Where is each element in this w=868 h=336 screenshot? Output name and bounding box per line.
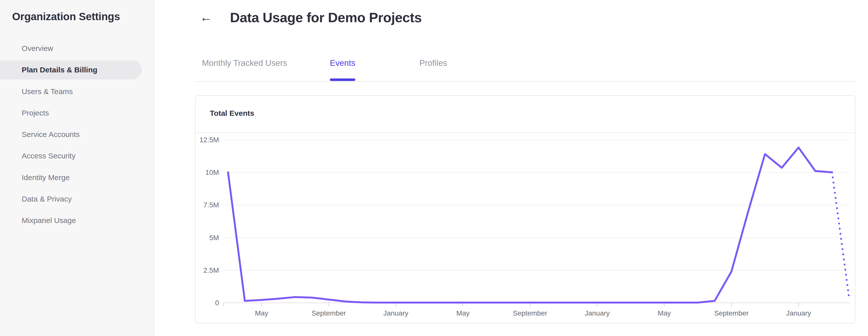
- x-axis-label: May: [456, 309, 470, 317]
- y-axis-label: 12.5M: [199, 136, 219, 144]
- sidebar-item-identity-merge[interactable]: Identity Merge: [0, 168, 142, 187]
- tab-monthly-tracked-users[interactable]: Monthly Tracked Users: [202, 58, 287, 69]
- sidebar-item-data-privacy[interactable]: Data & Privacy: [0, 189, 142, 209]
- x-axis-label: September: [513, 309, 547, 317]
- x-axis-label: September: [714, 309, 748, 317]
- y-axis-label: 7.5M: [204, 201, 219, 209]
- x-axis-label: January: [786, 309, 811, 317]
- active-tab-underline: [330, 79, 355, 81]
- sidebar-item-access-security[interactable]: Access Security: [0, 146, 142, 165]
- x-axis-label: January: [383, 309, 408, 317]
- events-series-projected-dotted: [832, 172, 849, 296]
- chart-title: Total Events: [210, 109, 254, 118]
- y-axis-label: 5M: [209, 234, 219, 242]
- y-axis-label: 10M: [205, 169, 219, 176]
- tab-divider: [195, 81, 856, 82]
- tab-bar: Monthly Tracked UsersEventsProfiles: [0, 0, 868, 86]
- events-series-line: [228, 148, 832, 303]
- y-axis-label: 2.5M: [204, 266, 219, 274]
- events-line-chart[interactable]: 12.5M10M7.5M5M2.5M0MaySeptemberJanuaryMa…: [195, 133, 855, 323]
- tab-profiles[interactable]: Profiles: [420, 58, 447, 69]
- x-axis-label: May: [255, 309, 268, 317]
- x-axis-label: September: [311, 309, 346, 317]
- x-axis-label: May: [658, 309, 671, 317]
- x-axis-label: January: [585, 309, 610, 317]
- y-axis-label: 0: [215, 299, 219, 307]
- sidebar-item-mixpanel-usage[interactable]: Mixpanel Usage: [0, 211, 142, 230]
- tab-events[interactable]: Events: [330, 58, 355, 69]
- sidebar-item-projects[interactable]: Projects: [0, 103, 142, 123]
- chart-area: 12.5M10M7.5M5M2.5M0MaySeptemberJanuaryMa…: [195, 133, 855, 323]
- sidebar-item-service-accounts[interactable]: Service Accounts: [0, 125, 142, 144]
- total-events-card: Total Events 12.5M10M7.5M5M2.5M0MaySepte…: [195, 95, 856, 324]
